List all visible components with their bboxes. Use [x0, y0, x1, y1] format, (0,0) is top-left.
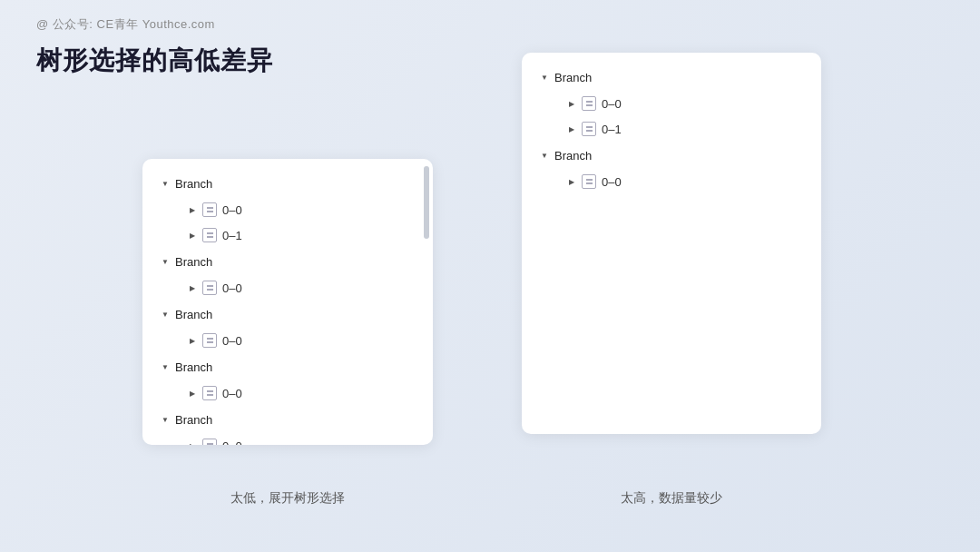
leaf-arrow-icon [186, 439, 199, 445]
branch-arrow-icon [538, 71, 551, 84]
tree-leaf[interactable]: 0–0 [152, 197, 424, 222]
branch-label: Branch [554, 149, 592, 163]
branch-label: Branch [175, 177, 212, 191]
panel-right: Branch0–00–1Branch0–0 [522, 53, 821, 434]
leaf-label: 0–0 [602, 97, 622, 111]
tree-branch[interactable]: Branch [152, 353, 424, 380]
branch-label: Branch [175, 413, 212, 427]
leaf-arrow-icon [186, 387, 199, 399]
tree-branch[interactable]: Branch [152, 406, 424, 433]
leaf-file-icon [202, 202, 217, 217]
tree-branch[interactable]: Branch [152, 248, 424, 275]
branch-arrow-icon [159, 308, 172, 320]
tree-leaf[interactable]: 0–1 [152, 222, 424, 248]
tree-leaf[interactable]: 0–0 [152, 380, 424, 406]
branch-label: Branch [175, 308, 212, 321]
tree-branch[interactable]: Branch [531, 142, 812, 169]
tree-leaf[interactable]: 0–0 [152, 275, 424, 301]
tree-leaf[interactable]: 0–0 [531, 91, 812, 116]
leaf-file-icon [582, 174, 596, 189]
branch-label: Branch [175, 255, 212, 269]
leaf-label: 0–0 [222, 439, 242, 446]
leaf-file-icon [202, 386, 217, 400]
branch-arrow-icon [159, 360, 172, 373]
branch-arrow-icon [159, 413, 172, 426]
tree-branch[interactable]: Branch [152, 170, 424, 197]
leaf-label: 0–1 [602, 123, 622, 136]
leaf-file-icon [202, 333, 217, 348]
scrollbar-track-left[interactable] [424, 166, 429, 429]
branch-label: Branch [175, 360, 212, 374]
tree-leaf[interactable]: 0–1 [531, 116, 812, 142]
tree-leaf[interactable]: 0–0 [152, 433, 424, 445]
leaf-arrow-icon [186, 203, 199, 216]
branch-arrow-icon [159, 177, 172, 190]
leaf-arrow-icon [565, 123, 578, 135]
tree-branch[interactable]: Branch [531, 64, 812, 91]
leaf-label: 0–0 [222, 203, 242, 217]
leaf-arrow-icon [565, 97, 578, 110]
leaf-arrow-icon [565, 175, 578, 188]
leaf-label: 0–0 [602, 175, 622, 189]
scrollbar-thumb-left[interactable] [424, 166, 429, 239]
panel-left: Branch0–00–1Branch0–0Branch0–0Branch0–0B… [142, 159, 433, 445]
tree-right: Branch0–00–1Branch0–0 [522, 53, 821, 205]
leaf-label: 0–0 [222, 281, 242, 295]
tree-leaf[interactable]: 0–0 [531, 169, 812, 194]
caption-left: 太低，展开树形选择 [142, 490, 433, 507]
tree-left: Branch0–00–1Branch0–0Branch0–0Branch0–0B… [142, 159, 433, 445]
leaf-file-icon [582, 122, 596, 136]
leaf-file-icon [202, 228, 217, 242]
branch-arrow-icon [538, 149, 551, 162]
leaf-arrow-icon [186, 229, 199, 242]
branch-arrow-icon [159, 255, 172, 268]
tree-branch[interactable]: Branch [152, 301, 424, 328]
leaf-label: 0–0 [222, 387, 242, 400]
leaf-arrow-icon [186, 334, 199, 347]
tree-container: Branch0–00–1Branch0–0Branch0–0Branch0–0B… [152, 170, 424, 445]
leaf-file-icon [582, 96, 596, 111]
tree-leaf[interactable]: 0–0 [152, 328, 424, 353]
leaf-label: 0–0 [222, 334, 242, 348]
watermark: @ 公众号: CE青年 Youthce.com [36, 16, 215, 33]
page-title: 树形选择的高低差异 [36, 44, 273, 78]
leaf-label: 0–1 [222, 229, 242, 242]
branch-label: Branch [554, 71, 592, 84]
caption-right: 太高，数据量较少 [522, 490, 821, 507]
leaf-arrow-icon [186, 281, 199, 294]
leaf-file-icon [202, 439, 217, 445]
leaf-file-icon [202, 281, 217, 295]
tree-container: Branch0–00–1Branch0–0 [531, 64, 812, 194]
